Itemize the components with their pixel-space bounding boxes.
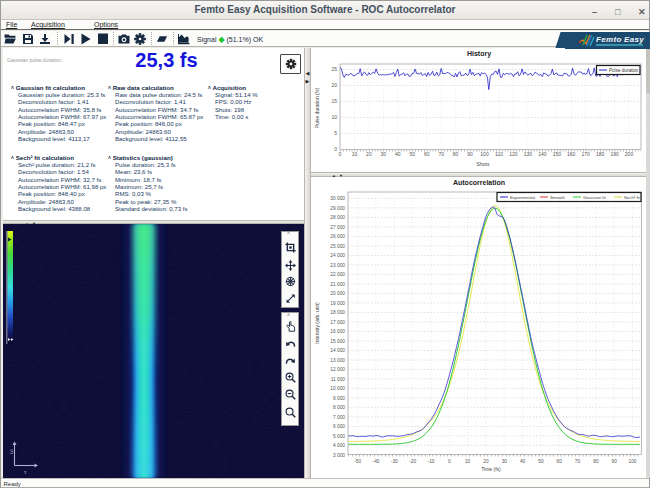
svg-text:Autocorrelation: Autocorrelation [453, 179, 505, 186]
svg-text:40: 40 [520, 459, 526, 464]
svg-text:30: 30 [381, 151, 387, 157]
svg-text:200: 200 [625, 151, 634, 157]
svg-text:14 000: 14 000 [330, 348, 345, 353]
svg-text:19 000: 19 000 [330, 301, 345, 306]
svg-text:27 000: 27 000 [330, 225, 345, 230]
svg-text:130: 130 [524, 151, 533, 157]
svg-text:0: 0 [334, 146, 337, 152]
svg-text:12 000: 12 000 [330, 367, 345, 372]
svg-text:180: 180 [596, 151, 605, 157]
svg-text:160: 160 [567, 151, 576, 157]
svg-text:-30: -30 [391, 459, 398, 464]
svg-text:23 000: 23 000 [330, 263, 345, 268]
svg-text:60: 60 [557, 459, 563, 464]
svg-text:9 000: 9 000 [333, 396, 345, 401]
svg-text:25 000: 25 000 [330, 244, 345, 249]
svg-text:90: 90 [612, 459, 618, 464]
svg-text:11 000: 11 000 [331, 377, 346, 382]
svg-text:100: 100 [480, 151, 489, 157]
svg-text:30: 30 [502, 459, 508, 464]
svg-text:25: 25 [331, 66, 337, 72]
svg-text:13 000: 13 000 [330, 358, 345, 363]
svg-text:Intensity (arb. unit): Intensity (arb. unit) [314, 302, 320, 344]
svg-text:Pulse duration (fs): Pulse duration (fs) [314, 87, 320, 128]
svg-text:History: History [467, 50, 491, 58]
svg-text:0: 0 [448, 459, 451, 464]
svg-text:100: 100 [628, 459, 636, 464]
svg-text:-40: -40 [373, 459, 380, 464]
svg-text:10: 10 [331, 114, 337, 120]
svg-text:3 000: 3 000 [333, 453, 345, 458]
svg-text:21 000: 21 000 [330, 282, 345, 287]
svg-text:10: 10 [352, 151, 358, 157]
svg-text:20: 20 [483, 459, 489, 464]
svg-text:5: 5 [334, 130, 337, 136]
svg-text:190: 190 [610, 151, 619, 157]
svg-text:170: 170 [581, 151, 590, 157]
svg-text:ω: ω [8, 449, 14, 454]
svg-text:15 000: 15 000 [330, 339, 345, 344]
svg-text:4 000: 4 000 [333, 443, 345, 448]
svg-text:10: 10 [465, 459, 471, 464]
svg-text:140: 140 [538, 151, 547, 157]
svg-text:-50: -50 [354, 459, 361, 464]
svg-text:7 000: 7 000 [333, 415, 345, 420]
svg-text:6 000: 6 000 [333, 424, 345, 429]
svg-text:150: 150 [553, 151, 562, 157]
svg-text:30 000: 30 000 [330, 196, 345, 201]
svg-text:0: 0 [339, 151, 342, 157]
svg-text:17 000: 17 000 [330, 320, 345, 325]
svg-text:5 000: 5 000 [333, 434, 345, 439]
svg-text:Experimental: Experimental [510, 195, 535, 200]
svg-text:26 000: 26 000 [330, 234, 345, 239]
svg-text:24 000: 24 000 [330, 253, 345, 258]
svg-text:20 000: 20 000 [330, 291, 345, 296]
svg-text:-20: -20 [409, 459, 416, 464]
svg-text:50: 50 [538, 459, 544, 464]
svg-text:Pulse duration: Pulse duration [609, 68, 639, 73]
svg-text:Sech² fit: Sech² fit [624, 195, 641, 200]
svg-text:20: 20 [366, 151, 372, 157]
svg-text:40: 40 [395, 151, 401, 157]
svg-text:Time (fs): Time (fs) [481, 466, 501, 472]
svg-text:120: 120 [509, 151, 518, 157]
svg-text:22 000: 22 000 [330, 272, 345, 277]
svg-text:60: 60 [424, 151, 430, 157]
svg-text:70: 70 [438, 151, 444, 157]
svg-text:Gaussian fit: Gaussian fit [583, 195, 606, 200]
svg-text:Smooth: Smooth [550, 195, 565, 200]
svg-text:70: 70 [575, 459, 581, 464]
svg-text:20: 20 [331, 82, 337, 88]
svg-text:80: 80 [453, 151, 459, 157]
svg-text:8 000: 8 000 [333, 405, 345, 410]
svg-text:10 000: 10 000 [330, 386, 345, 391]
svg-text:29 000: 29 000 [330, 206, 345, 211]
svg-text:110: 110 [495, 151, 503, 157]
svg-text:50: 50 [409, 151, 415, 157]
svg-text:90: 90 [467, 151, 473, 157]
svg-text:-10: -10 [428, 459, 435, 464]
svg-text:Shots: Shots [477, 161, 490, 167]
svg-text:15: 15 [331, 98, 337, 104]
svg-text:16 000: 16 000 [330, 329, 345, 334]
svg-text:80: 80 [593, 459, 599, 464]
svg-text:18 000: 18 000 [330, 310, 345, 315]
svg-text:28 000: 28 000 [330, 215, 345, 220]
